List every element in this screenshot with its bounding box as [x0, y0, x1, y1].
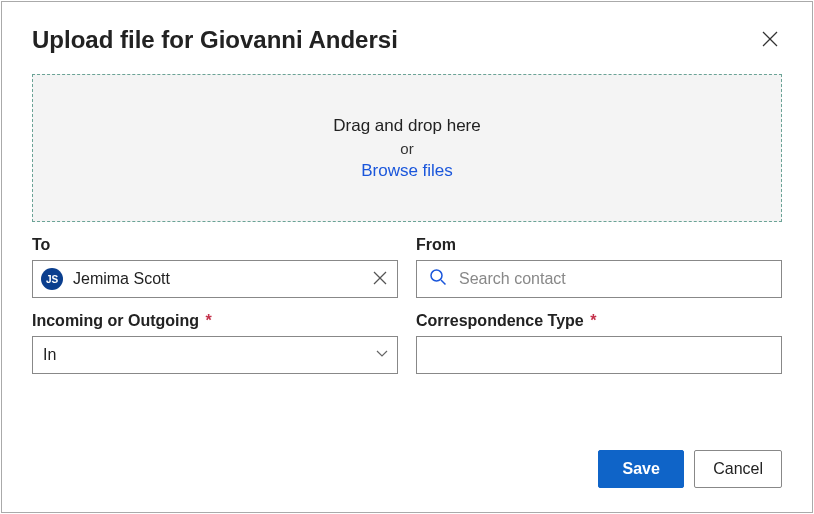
to-label: To	[32, 236, 398, 254]
close-icon	[762, 35, 778, 50]
dialog-title: Upload file for Giovanni Andersi	[32, 26, 398, 54]
from-field-group: From	[416, 236, 782, 312]
svg-point-4	[431, 270, 442, 281]
cancel-button[interactable]: Cancel	[694, 450, 782, 488]
from-label: From	[416, 236, 782, 254]
direction-value: In	[41, 346, 375, 364]
dialog-footer: Save Cancel	[598, 450, 782, 488]
file-dropzone[interactable]: Drag and drop here or Browse files	[32, 74, 782, 222]
to-contact-name: Jemima Scott	[73, 270, 371, 288]
save-button[interactable]: Save	[598, 450, 684, 488]
browse-files-link[interactable]: Browse files	[361, 161, 453, 181]
corrtype-input[interactable]	[416, 336, 782, 374]
search-icon	[429, 268, 447, 290]
dialog-header: Upload file for Giovanni Andersi	[2, 2, 812, 64]
corrtype-label: Correspondence Type *	[416, 312, 782, 330]
form-row-2: Incoming or Outgoing * In Correspondence…	[32, 312, 782, 388]
direction-field-group: Incoming or Outgoing * In	[32, 312, 398, 388]
dropzone-or: or	[400, 140, 413, 157]
required-marker: *	[590, 312, 596, 329]
from-search-input[interactable]	[459, 270, 773, 288]
svg-line-5	[441, 280, 446, 285]
dropzone-text: Drag and drop here	[333, 116, 480, 136]
direction-select[interactable]: In	[32, 336, 398, 374]
close-button[interactable]	[758, 27, 782, 54]
dialog-content: Drag and drop here or Browse files To JS…	[2, 64, 812, 388]
clear-to-button[interactable]	[371, 269, 389, 290]
chevron-down-icon	[375, 346, 389, 364]
upload-file-dialog: Upload file for Giovanni Andersi Drag an…	[1, 1, 813, 513]
direction-label: Incoming or Outgoing *	[32, 312, 398, 330]
required-marker: *	[206, 312, 212, 329]
contact-avatar: JS	[41, 268, 63, 290]
to-input[interactable]: JS Jemima Scott	[32, 260, 398, 298]
from-input-wrap[interactable]	[416, 260, 782, 298]
close-icon	[373, 273, 387, 288]
to-field-group: To JS Jemima Scott	[32, 236, 398, 312]
corrtype-field-group: Correspondence Type *	[416, 312, 782, 388]
form-row-1: To JS Jemima Scott From	[32, 236, 782, 312]
